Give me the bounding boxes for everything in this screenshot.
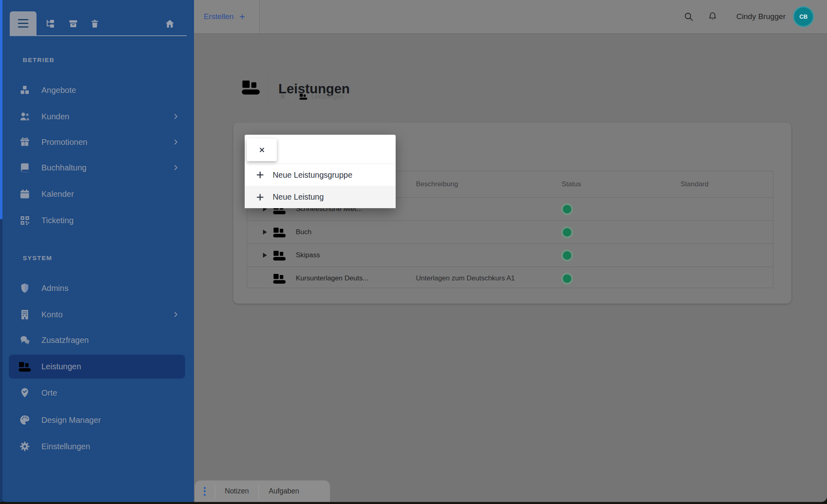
sidebar-item-kunden[interactable]: Kunden	[9, 107, 185, 126]
sidebar-item-label: Zusatzfragen	[41, 336, 89, 345]
palette-icon	[18, 414, 31, 426]
chat-bubbles-icon	[18, 334, 31, 346]
sidebar-item-label: Orte	[41, 388, 57, 398]
sidebar-item-ticketing[interactable]: Ticketing	[9, 211, 185, 230]
row-name: Skipass	[296, 251, 320, 259]
table-row[interactable]: Buch	[247, 220, 773, 243]
plus-icon: +	[239, 11, 245, 22]
breadcrumb-current[interactable]: Leistungen	[311, 93, 344, 100]
sidebar-item-leistungen[interactable]: Leistungen	[9, 355, 185, 379]
expand-caret-icon[interactable]	[263, 230, 267, 235]
avatar[interactable]: CB	[793, 6, 814, 27]
expand-caret-icon[interactable]	[263, 253, 267, 258]
tab-notizen[interactable]: Notizen	[225, 487, 249, 495]
book-icon	[18, 162, 31, 174]
col-standard: Standard	[681, 180, 773, 188]
sidebar-item-angebote[interactable]: Angebote	[9, 80, 185, 100]
sidebar-item-orte[interactable]: Orte	[9, 383, 185, 403]
menu-item-neue-leistungsgruppe[interactable]: Neue Leistungsgruppe	[245, 164, 396, 186]
calendar-icon	[18, 188, 31, 200]
gear-icon	[18, 440, 31, 452]
sidebar-item-label: Ticketing	[41, 216, 73, 225]
sidebar-item-label: Leistungen	[41, 362, 81, 371]
service-item-icon	[273, 250, 286, 261]
chevron-right-icon	[172, 164, 179, 171]
menu-item-label: Neue Leistungsgruppe	[273, 170, 352, 180]
trash-icon[interactable]	[89, 18, 100, 29]
sidebar-item-buchhaltung[interactable]: Buchhaltung	[9, 158, 185, 177]
col-status: Status	[562, 180, 681, 188]
sidebar-scrollbar-track	[0, 0, 2, 502]
home-icon[interactable]	[279, 93, 286, 100]
gift-icon	[18, 136, 31, 148]
sidebar-item-design-manager[interactable]: Design Manager	[9, 410, 185, 430]
main-content: Leistungen Leistungen Beschreibung Statu…	[194, 34, 827, 502]
status-active-dot[interactable]	[563, 251, 571, 260]
breadcrumb: Leistungen	[279, 93, 344, 100]
status-active-dot[interactable]	[563, 228, 571, 237]
sidebar-item-admins[interactable]: Admins	[9, 278, 185, 298]
cubes-icon	[18, 84, 31, 96]
create-menu-popup: Neue Leistungsgruppe Neue Leistung	[245, 135, 396, 208]
app-screen: BETRIEB Angebote Kunden	[0, 0, 827, 504]
sidebar-item-label: Promotionen	[41, 138, 87, 147]
service-item-icon	[273, 227, 286, 237]
sitemap-icon[interactable]	[45, 18, 56, 29]
page-header-divider	[268, 73, 269, 104]
services-conveyor-icon	[299, 93, 307, 100]
sidebar-item-label: Konto	[41, 310, 62, 319]
building-icon	[18, 308, 31, 321]
close-button[interactable]	[247, 138, 277, 161]
sidebar-header-divider	[10, 35, 187, 36]
sidebar-item-label: Einstellungen	[41, 442, 90, 451]
row-name: Buch	[296, 228, 312, 236]
status-active-dot[interactable]	[563, 205, 571, 213]
map-pin-check-icon	[18, 387, 31, 399]
table-row[interactable]: Kursunterlagen Deuts... Unterlagen zum D…	[247, 267, 773, 290]
sidebar-item-label: Admins	[41, 284, 69, 293]
page-header-conveyor-icon	[242, 80, 260, 95]
sidebar-item-konto[interactable]: Konto	[9, 305, 185, 324]
sidebar-item-promotionen[interactable]: Promotionen	[9, 132, 185, 152]
bell-icon[interactable]	[707, 11, 718, 22]
home-icon[interactable]	[164, 18, 175, 29]
sidebar: BETRIEB Angebote Kunden	[0, 0, 194, 502]
create-tab[interactable]: Erstellen +	[194, 0, 260, 33]
users-icon	[18, 110, 31, 123]
chevron-right-icon	[291, 94, 295, 99]
archive-icon[interactable]	[68, 18, 79, 29]
tab-aufgaben[interactable]: Aufgaben	[269, 487, 299, 495]
sidebar-section-betrieb: BETRIEB	[23, 56, 55, 64]
dock-divider	[215, 485, 215, 498]
create-tab-label: Erstellen	[204, 12, 234, 21]
qr-code-icon	[18, 214, 31, 226]
user-name[interactable]: Cindy Brugger	[737, 12, 786, 21]
sidebar-item-label: Kunden	[41, 112, 69, 121]
shield-icon	[18, 282, 31, 294]
sidebar-item-einstellungen[interactable]: Einstellungen	[9, 437, 185, 456]
sidebar-item-label: Buchhaltung	[41, 163, 86, 172]
sidebar-item-zusatzfragen[interactable]: Zusatzfragen	[9, 330, 185, 350]
col-beschreibung: Beschreibung	[416, 180, 562, 188]
chevron-right-icon	[172, 138, 179, 146]
menu-item-neue-leistung[interactable]: Neue Leistung	[245, 186, 396, 208]
topbar-right-group: Cindy Brugger CB	[683, 0, 814, 33]
menu-toggle-button[interactable]	[10, 11, 37, 35]
table-row[interactable]: Skipass	[247, 243, 773, 267]
chevron-right-icon	[172, 113, 179, 120]
search-icon[interactable]	[683, 11, 694, 22]
row-description: Unterlagen zum Deutschkurs A1	[416, 274, 562, 282]
close-icon	[258, 146, 265, 153]
sidebar-item-label: Design Manager	[41, 416, 101, 425]
menu-item-label: Neue Leistung	[273, 192, 324, 202]
dock-divider	[258, 485, 259, 498]
sidebar-item-kalender[interactable]: Kalender	[9, 184, 185, 204]
sidebar-item-label: Angebote	[41, 86, 76, 95]
drag-handle-icon[interactable]	[204, 487, 206, 496]
chevron-right-icon	[172, 311, 179, 318]
bottom-dock: Notizen Aufgaben	[195, 480, 330, 502]
status-active-dot[interactable]	[563, 274, 571, 283]
row-name: Kursunterlagen Deuts...	[296, 274, 368, 282]
plus-icon	[256, 171, 264, 179]
sidebar-item-label: Kalender	[41, 190, 74, 199]
